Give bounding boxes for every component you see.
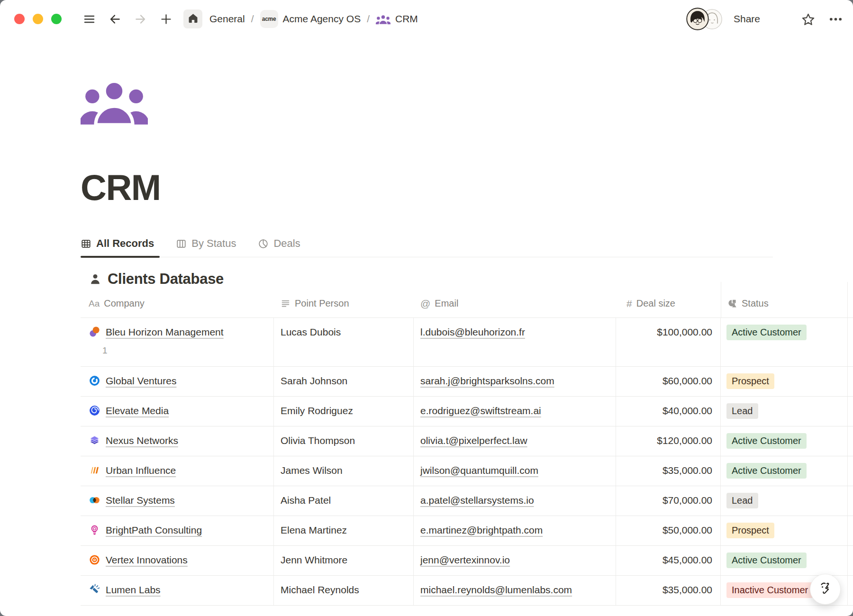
email-link[interactable]: olivia.t@pixelperfect.law [420,435,527,446]
point-person-cell[interactable]: Jenn Whitmore [274,546,414,575]
tab-all-records[interactable]: All Records [81,237,160,257]
company-page-link[interactable]: Bleu Horizon Management [106,325,224,339]
favorite-button[interactable] [801,12,815,26]
forward-button[interactable] [133,12,147,26]
column-header-company[interactable]: Aa Company [81,290,274,317]
point-person-cell[interactable]: Elena Martinez [274,516,414,545]
email-link[interactable]: l.dubois@bleuhorizon.fr [420,326,525,337]
sidebar-menu-button[interactable] [82,12,96,26]
point-person-cell[interactable]: Aisha Patel [274,486,414,516]
deal-size-cell[interactable]: $35,000.00 [616,576,721,605]
point-person-cell[interactable]: Lucas Dubois [274,318,414,366]
zoom-window-button[interactable] [51,14,62,24]
table-row[interactable]: Bleu Horizon Management 1 Lucas Dubois l… [81,318,853,367]
company-cell[interactable]: Nexus Networks [81,426,274,456]
table-row[interactable]: BrightPath Consulting Elena Martinez e.m… [81,516,853,546]
column-header-deal-size[interactable]: # Deal size [616,290,721,317]
email-link[interactable]: jenn@vertexinnov.io [420,554,510,565]
company-cell[interactable]: Bleu Horizon Management 1 [81,318,274,366]
status-cell[interactable]: Active Customer [721,318,848,366]
company-page-link[interactable]: BrightPath Consulting [106,523,202,537]
email-link[interactable]: e.rodriguez@swiftstream.ai [420,405,541,416]
company-page-link[interactable]: Elevate Media [106,403,169,418]
stellar-systems-logo-icon [89,494,100,506]
table-row[interactable]: Vertex Innovations Jenn Whitmore jenn@ve… [81,546,853,576]
collaborator-avatars[interactable] [686,8,722,30]
more-options-button[interactable] [828,12,843,26]
point-person-cell[interactable]: Olivia Thompson [274,426,414,456]
share-button[interactable]: Share [734,13,760,25]
email-link[interactable]: michael.reynolds@lumenlabs.com [420,584,572,595]
email-cell[interactable]: jenn@vertexinnov.io [414,546,616,575]
column-header-email[interactable]: @ Email [414,290,616,317]
page-icon[interactable] [81,77,148,125]
table-row[interactable]: Global Ventures Sarah Johnson sarah.j@br… [81,367,853,397]
deal-size-cell[interactable]: $70,000.00 [616,486,721,516]
company-cell[interactable]: Lumen Labs [81,576,274,605]
company-page-link[interactable]: Stellar Systems [106,493,175,507]
tab-by-status[interactable]: By Status [176,237,242,257]
status-cell[interactable]: Prospect [721,367,848,396]
email-link[interactable]: jwilson@quantumquill.com [420,465,538,476]
column-header-status[interactable]: Status [721,290,848,317]
status-cell[interactable]: Lead [721,397,848,426]
company-cell[interactable]: Elevate Media [81,397,274,426]
breadcrumb-general[interactable]: General [209,13,245,25]
status-cell[interactable]: Active Customer [721,546,848,575]
breadcrumb-acme-agency-os[interactable]: Acme Agency OS [283,13,361,25]
comment-count[interactable]: 1 [89,343,273,358]
point-person-cell[interactable]: Sarah Johnson [274,367,414,396]
company-page-link[interactable]: Nexus Networks [106,433,178,448]
company-cell[interactable]: Stellar Systems [81,486,274,516]
company-cell[interactable]: BrightPath Consulting [81,516,274,545]
email-cell[interactable]: e.rodriguez@swiftstream.ai [414,397,616,426]
people-icon [376,14,390,25]
point-person-cell[interactable]: Emily Rodriguez [274,397,414,426]
company-page-link[interactable]: Global Ventures [106,373,176,388]
status-cell[interactable]: Lead [721,486,848,516]
table-row[interactable]: Stellar Systems Aisha Patel a.patel@stel… [81,486,853,516]
column-header-point-person[interactable]: Point Person [274,290,414,317]
table-row[interactable]: Elevate Media Emily Rodriguez e.rodrigue… [81,397,853,426]
deal-size-cell[interactable]: $120,000.00 [616,426,721,456]
email-link[interactable]: sarah.j@brightsparksolns.com [420,375,554,386]
back-button[interactable] [108,12,122,26]
new-page-button[interactable] [159,12,173,26]
email-link[interactable]: e.martinez@brightpath.com [420,525,543,535]
email-cell[interactable]: olivia.t@pixelperfect.law [414,426,616,456]
deal-size-cell[interactable]: $60,000.00 [616,367,721,396]
table-row[interactable]: Urban Influence James Wilson jwilson@qua… [81,456,853,486]
deal-size-cell[interactable]: $35,000.00 [616,456,721,486]
breadcrumb-crm[interactable]: CRM [395,13,418,25]
table-row[interactable]: Lumen Labs Michael Reynolds michael.reyn… [81,576,853,606]
deal-size-cell[interactable]: $100,000.00 [616,318,721,366]
deal-size-cell[interactable]: $50,000.00 [616,516,721,545]
point-person-cell[interactable]: Michael Reynolds [274,576,414,605]
email-cell[interactable]: michael.reynolds@lumenlabs.com [414,576,616,605]
deal-size-cell[interactable]: $45,000.00 [616,546,721,575]
comments-button[interactable] [773,12,788,26]
status-cell[interactable]: Prospect [721,516,848,545]
minimize-window-button[interactable] [33,14,43,24]
email-cell[interactable]: jwilson@quantumquill.com [414,456,616,486]
email-cell[interactable]: a.patel@stellarsystems.io [414,486,616,516]
tab-deals[interactable]: Deals [258,237,306,257]
status-cell[interactable]: Active Customer [721,456,848,486]
email-cell[interactable]: e.martinez@brightpath.com [414,516,616,545]
status-cell[interactable]: Active Customer [721,426,848,456]
company-page-link[interactable]: Lumen Labs [106,582,161,597]
company-page-link[interactable]: Urban Influence [106,463,176,478]
table-row[interactable]: Nexus Networks Olivia Thompson olivia.t@… [81,426,853,456]
company-page-link[interactable]: Vertex Innovations [106,553,188,567]
company-cell[interactable]: Vertex Innovations [81,546,274,575]
deal-size-cell[interactable]: $40,000.00 [616,397,721,426]
point-person-cell[interactable]: James Wilson [274,456,414,486]
company-cell[interactable]: Global Ventures [81,367,274,396]
close-window-button[interactable] [14,14,25,24]
home-button[interactable] [183,9,202,28]
email-cell[interactable]: l.dubois@bleuhorizon.fr [414,318,616,366]
email-link[interactable]: a.patel@stellarsystems.io [420,495,534,506]
company-cell[interactable]: Urban Influence [81,456,274,486]
notion-ai-button[interactable] [810,574,841,605]
email-cell[interactable]: sarah.j@brightsparksolns.com [414,367,616,396]
